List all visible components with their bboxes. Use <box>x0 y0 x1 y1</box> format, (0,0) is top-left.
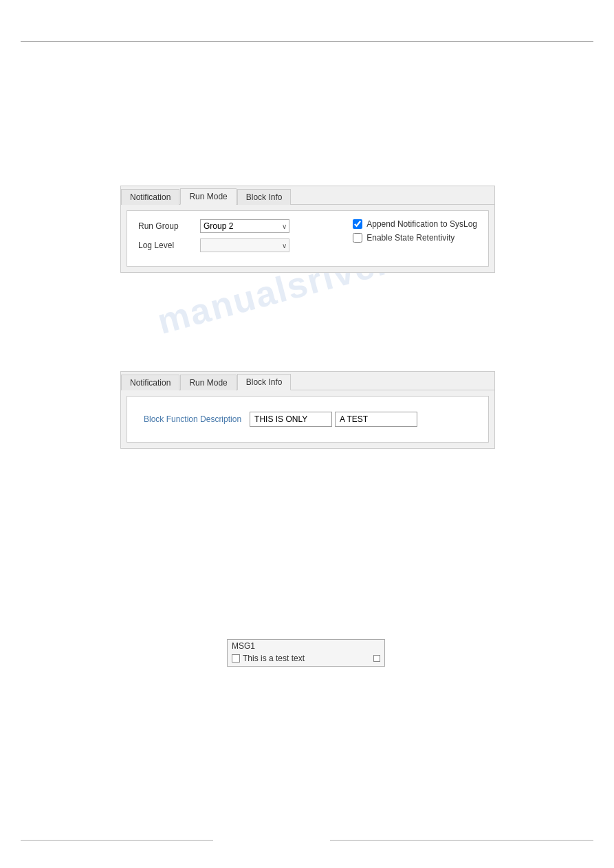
tab-block-info-2[interactable]: Block Info <box>237 374 292 390</box>
run-group-row: Run Group Group 1 Group 2 Group 3 <box>138 219 353 233</box>
tab-run-mode-2[interactable]: Run Mode <box>180 375 236 390</box>
enable-retentivity-row: Enable State Retentivity <box>353 233 477 243</box>
msg-title-row: MSG1 <box>228 640 384 652</box>
checkbox-group: Append Notification to SysLog Enable Sta… <box>353 219 477 243</box>
block-info-tab-row: Notification Run Mode Block Info <box>121 372 494 390</box>
log-level-select-wrapper <box>200 238 289 252</box>
bottom-divider-right <box>330 840 593 841</box>
append-syslog-label: Append Notification to SysLog <box>366 219 477 229</box>
description-input-1[interactable] <box>250 412 332 427</box>
tab-notification-1[interactable]: Notification <box>121 189 179 205</box>
enable-retentivity-checkbox[interactable] <box>353 233 362 243</box>
top-divider <box>21 41 593 42</box>
block-info-inner: Block Function Description <box>138 405 477 434</box>
msg-body-row: This is a test text <box>228 652 384 666</box>
tab-block-info-1[interactable]: Block Info <box>237 189 292 205</box>
append-syslog-checkbox[interactable] <box>353 219 362 229</box>
log-level-label: Log Level <box>138 241 200 250</box>
run-mode-tab-row: Notification Run Mode Block Info <box>121 186 494 205</box>
run-group-label: Run Group <box>138 221 200 231</box>
msg-title: MSG1 <box>232 641 255 651</box>
run-group-select-wrapper: Group 1 Group 2 Group 3 <box>200 219 289 233</box>
log-level-select[interactable] <box>200 238 289 252</box>
log-level-row: Log Level <box>138 238 353 252</box>
block-function-label: Block Function Description <box>144 414 241 424</box>
run-group-select[interactable]: Group 1 Group 2 Group 3 <box>200 219 289 233</box>
msg-body-text: This is a test text <box>243 654 305 663</box>
msg-box: MSG1 This is a test text <box>227 639 385 667</box>
page-container: manualsrive.com Notification Run Mode Bl… <box>0 0 614 868</box>
tab-notification-2[interactable]: Notification <box>121 375 179 390</box>
block-info-panel: Notification Run Mode Block Info Block F… <box>120 371 495 449</box>
msg-corner-box <box>373 655 380 662</box>
run-mode-content: Run Group Group 1 Group 2 Group 3 Log Le… <box>127 210 489 267</box>
run-mode-panel: Notification Run Mode Block Info Run Gro… <box>120 186 495 273</box>
append-syslog-row: Append Notification to SysLog <box>353 219 477 229</box>
tab-run-mode-1[interactable]: Run Mode <box>180 188 236 205</box>
msg-checkbox[interactable] <box>232 654 240 663</box>
enable-retentivity-label: Enable State Retentivity <box>366 233 454 243</box>
bottom-divider-left <box>21 840 213 841</box>
description-input-2[interactable] <box>335 412 417 427</box>
block-info-content: Block Function Description <box>127 396 489 443</box>
